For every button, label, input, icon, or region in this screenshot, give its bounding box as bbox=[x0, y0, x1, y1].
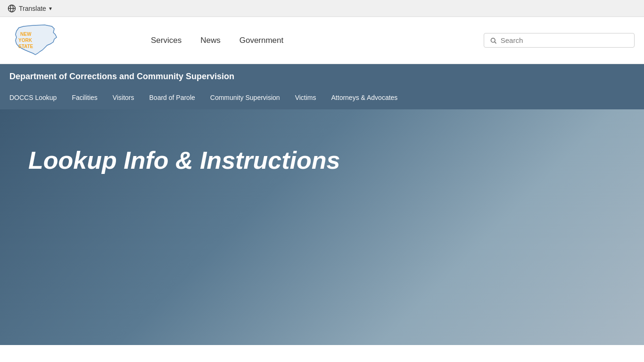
ny-state-logo[interactable]: NEW YORK STATE bbox=[9, 22, 94, 59]
dept-nav-victims[interactable]: Victims bbox=[288, 87, 324, 109]
globe-icon bbox=[8, 4, 16, 13]
department-title: Department of Corrections and Community … bbox=[9, 64, 635, 87]
dept-nav-board-of-parole[interactable]: Board of Parole bbox=[142, 87, 203, 109]
nav-news[interactable]: News bbox=[191, 36, 230, 45]
site-header: NEW YORK STATE Services News Government bbox=[0, 17, 644, 64]
dept-nav-visitors[interactable]: Visitors bbox=[105, 87, 142, 109]
svg-text:YORK: YORK bbox=[18, 38, 33, 43]
department-nav: DOCCS Lookup Facilities Visitors Board o… bbox=[9, 87, 635, 109]
dept-nav-community-supervision[interactable]: Community Supervision bbox=[203, 87, 288, 109]
search-icon bbox=[490, 37, 497, 44]
search-box[interactable] bbox=[484, 33, 635, 48]
svg-point-6 bbox=[491, 38, 495, 42]
search-input[interactable] bbox=[501, 36, 628, 44]
main-nav: Services News Government bbox=[127, 36, 484, 45]
translate-label: Translate bbox=[19, 5, 46, 12]
dept-nav-doccs-lookup[interactable]: DOCCS Lookup bbox=[9, 87, 64, 109]
logo-area: NEW YORK STATE bbox=[9, 22, 127, 59]
search-area bbox=[484, 33, 635, 48]
hero-section: Lookup Info & Instructions bbox=[0, 109, 644, 345]
svg-text:NEW: NEW bbox=[20, 32, 32, 37]
svg-text:STATE: STATE bbox=[18, 44, 33, 49]
translate-bar: Translate ▾ bbox=[0, 0, 644, 17]
dept-nav-facilities[interactable]: Facilities bbox=[64, 87, 105, 109]
department-bar: Department of Corrections and Community … bbox=[0, 64, 644, 109]
hero-title: Lookup Info & Instructions bbox=[28, 147, 340, 174]
chevron-down-icon: ▾ bbox=[49, 5, 52, 12]
translate-button[interactable]: Translate ▾ bbox=[8, 4, 52, 13]
dept-nav-attorneys-advocates[interactable]: Attorneys & Advocates bbox=[324, 87, 405, 109]
nav-services[interactable]: Services bbox=[141, 36, 191, 45]
svg-line-7 bbox=[495, 41, 496, 43]
nav-government[interactable]: Government bbox=[230, 36, 293, 45]
